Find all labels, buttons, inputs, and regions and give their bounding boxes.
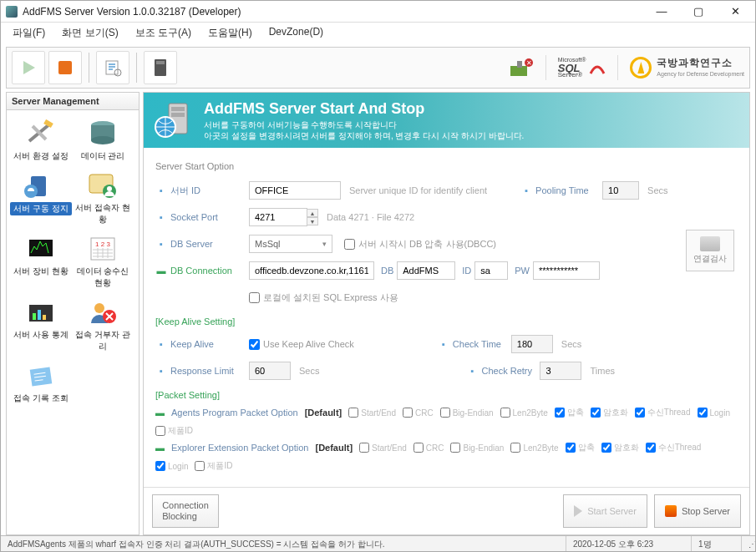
socket-port-label: Socket Port [170,212,249,222]
section-keep-alive: [Keep Alive Setting] [155,317,739,327]
svg-rect-2 [106,61,118,74]
banner-title: AddFMS Server Start And Stop [204,100,524,118]
sidebar-item-server-startstop[interactable]: 서버 구동 정지 [10,167,72,229]
opt-recv-thread[interactable]: 수신Thread [635,407,691,418]
opt-big-endian[interactable]: Big-Endian [440,408,494,418]
sidebar-item-equipment[interactable]: 서버 장비 현황 [10,230,72,292]
sidebar-item-data-txrx[interactable]: 1 2 3 데이터 송수신 현황 [72,230,134,292]
resize-grip[interactable]: ⋰ [742,536,755,552]
server-id-input[interactable] [249,181,341,200]
stop-server-button[interactable]: Stop Server [654,494,741,528]
svg-rect-24 [38,310,41,320]
industry-icon: ✕ [509,58,534,78]
db-pw-input[interactable] [533,261,600,280]
close-button[interactable]: ✕ [717,2,753,22]
db-id-label: ID [462,266,471,276]
svg-point-13 [91,136,114,144]
menu-help[interactable]: 도움말(H) [203,24,257,42]
socket-port-hint: Data 4271 · File 4272 [327,212,414,222]
db-host-input[interactable] [249,261,374,280]
server-id-label: 서버 ID [170,185,249,197]
opt-len2byte[interactable]: Len2Byte [510,443,558,453]
opt-compress[interactable]: 압축 [566,442,595,453]
db-name-label: DB [381,266,393,276]
opt-crc[interactable]: CRC [403,408,434,418]
svg-point-26 [94,303,104,313]
bullet-icon: ▬ [155,265,167,276]
toolbar-stop-button[interactable] [48,51,82,84]
check-retry-unit: Times [590,366,615,376]
bullet-icon: ▪ [155,185,167,196]
svg-text:1 2 3: 1 2 3 [95,241,110,248]
db-id-input[interactable] [474,261,508,280]
db-name-input[interactable] [397,261,455,280]
bullet-icon: ▪ [520,185,532,196]
opt-recv-thread[interactable]: 수신Thread [646,442,702,453]
menu-devzone[interactable]: DevZone(D) [264,24,328,42]
sidebar-item-server-env[interactable]: 서버 환경 설정 [10,115,72,165]
opt-login[interactable]: Login [698,408,730,418]
bullet-icon: ▪ [438,338,449,350]
opt-big-endian[interactable]: Big-Endian [450,443,504,453]
toolbar-report-button[interactable] [96,51,129,84]
bullet-icon: ▪ [466,365,478,377]
toolbar-play-button[interactable] [12,51,45,84]
opt-encrypt[interactable]: 암호화 [591,407,628,418]
start-server-button[interactable]: Start Server [563,494,647,528]
use-keep-alive-checkbox[interactable]: Use Keep Alive Check [249,339,354,350]
response-limit-input[interactable] [249,362,291,380]
minimize-button[interactable]: — [643,2,680,22]
bullet-icon: ▪ [155,338,167,350]
bullet-icon: ▬ [155,408,165,418]
svg-rect-1 [58,61,72,74]
db-connection-label: DB Connection [170,266,249,276]
status-message: AddFMSAgents 제품의 wharf 접속자 인증 처리 결과(AUTH… [1,536,566,552]
opt-crc[interactable]: CRC [414,443,444,453]
section-start-option: Server Start Option [155,161,739,171]
connection-test-button[interactable]: 연결검사 [686,230,734,271]
socket-port-input[interactable] [249,208,307,226]
sidebar-item-usage-stats[interactable]: 서버 사용 통계 [10,294,72,356]
svg-marker-0 [23,61,35,74]
svg-rect-23 [33,313,36,320]
dbcc-checkbox[interactable]: 서버 시작시 DB 압축 사용(DBCC) [344,238,496,251]
check-retry-input[interactable] [540,362,581,380]
db-server-select[interactable]: MsSql [249,235,332,253]
opt-product-id[interactable]: 제품ID [195,460,232,472]
toolbar-server-button[interactable] [144,51,177,84]
sidebar-item-data-mgmt[interactable]: 데이터 관리 [72,115,134,165]
opt-product-id[interactable]: 제품ID [155,425,193,437]
connection-blocking-button[interactable]: Connection Blocking [152,494,219,528]
opt-len2byte[interactable]: Len2Byte [500,408,548,418]
sidebar-item-access-log[interactable]: 접속 기록 조회 [10,357,72,408]
packet-agents-label: Agents Program Packet Option [171,408,298,418]
pooling-unit: Secs [647,185,667,195]
svg-text:✕: ✕ [525,59,531,67]
sidebar-item-connected-users[interactable]: 서버 접속자 현황 [72,167,134,229]
menu-view[interactable]: 화면 보기(S) [57,24,123,42]
sqlserver-logo: Microsoft® SQL Server® [558,57,606,78]
check-time-input[interactable] [511,335,553,353]
bullet-icon: ▬ [155,443,165,453]
opt-login[interactable]: Login [155,461,188,471]
status-users: 1명 [692,536,742,552]
default-tag: [Default] [305,408,342,418]
pooling-time-input[interactable] [602,181,639,200]
section-packet: [Packet Setting] [155,390,739,400]
menu-file[interactable]: 파일(F) [8,24,50,42]
status-datetime: 2020-12-05 오후 6:23 [566,536,692,552]
socket-port-spinner[interactable]: ▲▼ [307,209,318,225]
sidebar-item-blocked-users[interactable]: 접속 거부자 관리 [72,294,134,356]
menu-tools[interactable]: 보조 도구(A) [130,24,196,42]
opt-start-end[interactable]: Start/End [348,408,396,418]
opt-compress[interactable]: 압축 [555,407,584,418]
local-sql-checkbox[interactable]: 로컬에 설치된 SQL Express 사용 [249,291,398,304]
menubar: 파일(F) 화면 보기(S) 보조 도구(A) 도움말(H) DevZone(D… [1,23,755,43]
maximize-button[interactable]: ▢ [680,2,717,22]
svg-point-18 [107,186,112,191]
sidebar-title: Server Management [7,93,139,110]
response-limit-label: Response Limit [170,366,249,376]
bullet-icon: ▪ [155,211,167,223]
opt-encrypt[interactable]: 암호화 [601,442,639,453]
opt-start-end[interactable]: Start/End [359,443,407,453]
